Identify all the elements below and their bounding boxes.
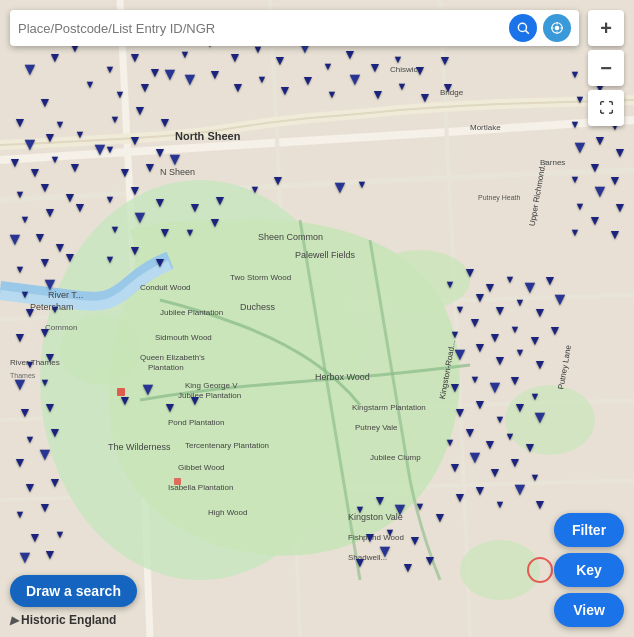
svg-text:Common: Common bbox=[45, 323, 77, 332]
svg-rect-0 bbox=[0, 0, 634, 637]
svg-text:Jubilee Plantation: Jubilee Plantation bbox=[160, 308, 223, 317]
svg-point-2 bbox=[370, 250, 470, 310]
svg-point-4 bbox=[505, 385, 595, 455]
map-container[interactable]: North Sheen N Sheen River T... Petersham… bbox=[0, 0, 634, 637]
svg-text:Petersham: Petersham bbox=[30, 302, 74, 312]
filter-button[interactable]: Filter bbox=[554, 513, 624, 547]
location-button[interactable] bbox=[543, 14, 571, 42]
svg-text:River T...: River T... bbox=[48, 290, 83, 300]
svg-point-1 bbox=[40, 180, 360, 580]
svg-text:Gibbet Wood: Gibbet Wood bbox=[178, 463, 225, 472]
svg-point-6 bbox=[528, 558, 552, 582]
search-bar bbox=[10, 10, 579, 46]
svg-text:Mortlake: Mortlake bbox=[470, 123, 501, 132]
svg-point-5 bbox=[460, 540, 540, 600]
svg-text:Chiswick: Chiswick bbox=[390, 65, 423, 74]
svg-text:Kingstarm Plantation: Kingstarm Plantation bbox=[352, 403, 426, 412]
svg-text:Fishpond Wood: Fishpond Wood bbox=[348, 533, 404, 542]
key-button[interactable]: Key bbox=[554, 553, 624, 587]
svg-text:King George V: King George V bbox=[185, 381, 238, 390]
svg-text:River Thames: River Thames bbox=[10, 358, 60, 367]
svg-line-49 bbox=[526, 31, 529, 34]
svg-text:Bridge: Bridge bbox=[440, 88, 464, 97]
svg-text:Shadwell...: Shadwell... bbox=[348, 553, 387, 562]
svg-text:Tercentenary Plantation: Tercentenary Plantation bbox=[185, 441, 269, 450]
svg-text:Herbox Wood: Herbox Wood bbox=[315, 372, 370, 382]
svg-text:Palewell Fields: Palewell Fields bbox=[295, 250, 356, 260]
svg-text:The Wilderness: The Wilderness bbox=[108, 442, 171, 452]
svg-point-48 bbox=[518, 23, 526, 31]
svg-text:Conduit Wood: Conduit Wood bbox=[140, 283, 191, 292]
svg-text:Barnes: Barnes bbox=[540, 158, 565, 167]
svg-text:N Sheen: N Sheen bbox=[160, 167, 195, 177]
zoom-in-button[interactable]: + bbox=[588, 10, 624, 46]
zoom-out-button[interactable]: − bbox=[588, 50, 624, 86]
svg-point-3 bbox=[60, 315, 140, 385]
svg-rect-8 bbox=[174, 478, 181, 485]
map-controls: + − ⛶ bbox=[588, 10, 624, 126]
search-input[interactable] bbox=[18, 21, 503, 36]
bottom-right-controls: Filter Key View bbox=[554, 513, 624, 627]
svg-text:Isabella Plantation: Isabella Plantation bbox=[168, 483, 233, 492]
svg-text:Sheen Common: Sheen Common bbox=[258, 232, 323, 242]
svg-text:Kingston-Road...: Kingston-Road... bbox=[438, 340, 457, 400]
svg-text:Sidmouth Wood: Sidmouth Wood bbox=[155, 333, 212, 342]
svg-text:High Wood: High Wood bbox=[208, 508, 247, 517]
svg-text:Queen Elizabeth's: Queen Elizabeth's bbox=[140, 353, 205, 362]
fullscreen-button[interactable]: ⛶ bbox=[588, 90, 624, 126]
svg-text:Kingston Vale: Kingston Vale bbox=[348, 512, 403, 522]
svg-text:North Sheen: North Sheen bbox=[175, 130, 241, 142]
search-button[interactable] bbox=[509, 14, 537, 42]
svg-text:Plantation: Plantation bbox=[148, 363, 184, 372]
svg-text:Putney Vale: Putney Vale bbox=[355, 423, 398, 432]
draw-search-button[interactable]: Draw a search bbox=[10, 575, 137, 607]
svg-text:Putney Heath: Putney Heath bbox=[478, 194, 521, 202]
svg-text:Pond Plantation: Pond Plantation bbox=[168, 418, 225, 427]
view-button[interactable]: View bbox=[554, 593, 624, 627]
svg-rect-7 bbox=[117, 388, 125, 396]
svg-text:Jubilee Clump: Jubilee Clump bbox=[370, 453, 421, 462]
historic-england-logo: ▶ Historic England bbox=[10, 613, 137, 627]
svg-point-50 bbox=[555, 26, 560, 31]
svg-text:Jubilee Plantation: Jubilee Plantation bbox=[178, 391, 241, 400]
svg-text:Upper Richmond...: Upper Richmond... bbox=[528, 160, 548, 227]
bottom-left-controls: Draw a search ▶ Historic England bbox=[10, 575, 137, 627]
svg-text:Putney Lane: Putney Lane bbox=[556, 344, 573, 390]
svg-text:Two Storm Wood: Two Storm Wood bbox=[230, 273, 291, 282]
svg-text:Thames: Thames bbox=[10, 372, 36, 379]
svg-text:Duchess: Duchess bbox=[240, 302, 276, 312]
